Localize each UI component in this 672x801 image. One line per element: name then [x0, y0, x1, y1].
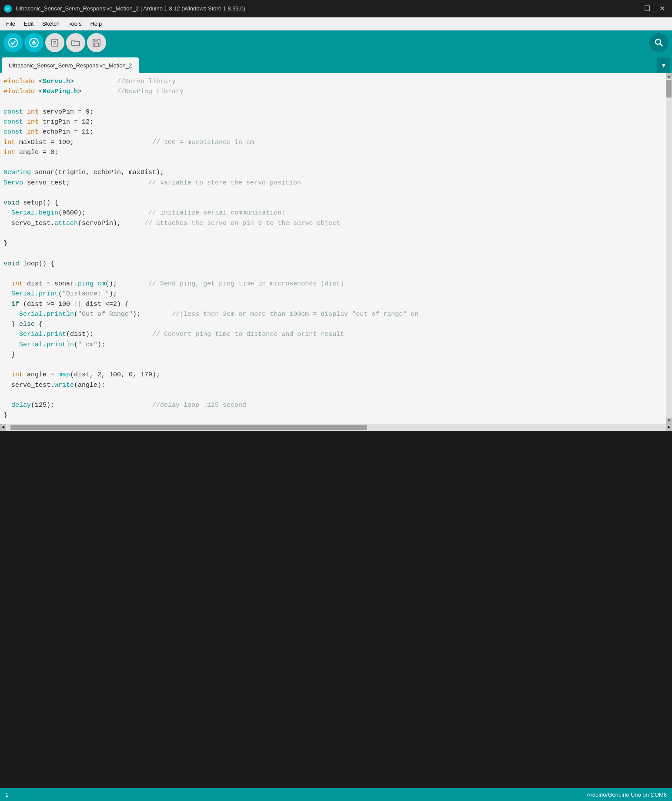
scrollbar-left-button[interactable]: ◀ — [0, 424, 6, 431]
toolbar — [0, 30, 672, 55]
tab-bar: Ultrasonic_Sensor_Servo_Responsive_Motio… — [0, 55, 672, 73]
close-button[interactable]: ✕ — [655, 3, 669, 14]
status-board: Arduino/Genuino Uno on COM6 — [587, 791, 667, 798]
title-text: Ultrasonic_Sensor_Servo_Responsive_Motio… — [16, 5, 245, 12]
menu-file[interactable]: File — [2, 19, 20, 29]
scrollbar-up-button[interactable]: ▲ — [666, 73, 672, 79]
svg-point-11 — [655, 39, 661, 44]
status-bar: 1 Arduino/Genuino Uno on COM6 — [0, 788, 672, 801]
horizontal-scrollbar[interactable]: ◀ ▶ — [0, 424, 672, 431]
editor-container: #include <Servo.h> //Servo library #incl… — [0, 73, 672, 431]
verify-button[interactable] — [3, 33, 23, 52]
svg-rect-5 — [52, 39, 58, 46]
tab-label: Ultrasonic_Sensor_Servo_Responsive_Motio… — [9, 62, 132, 69]
scrollbar-right-button[interactable]: ▶ — [666, 424, 672, 431]
menu-help[interactable]: Help — [86, 19, 106, 29]
vertical-scrollbar[interactable]: ▲ ▼ — [666, 73, 672, 424]
menu-sketch[interactable]: Sketch — [38, 19, 64, 29]
title-bar: ∞ Ultrasonic_Sensor_Servo_Responsive_Mot… — [0, 0, 672, 17]
svg-rect-10 — [95, 43, 98, 46]
status-line: 1 — [5, 791, 8, 798]
svg-text:∞: ∞ — [6, 7, 9, 11]
scrollbar-x-track[interactable] — [6, 424, 666, 431]
menu-bar: File Edit Sketch Tools Help — [0, 17, 672, 30]
menu-edit[interactable]: Edit — [20, 19, 38, 29]
scrollbar-x-thumb[interactable] — [10, 425, 367, 430]
tab-main[interactable]: Ultrasonic_Sensor_Servo_Responsive_Motio… — [2, 57, 139, 73]
minimize-button[interactable]: — — [626, 3, 639, 14]
restore-button[interactable]: ❐ — [641, 3, 654, 14]
svg-point-2 — [9, 38, 17, 47]
tab-dropdown-button[interactable]: ▼ — [657, 57, 670, 73]
upload-button[interactable] — [24, 33, 43, 52]
save-button[interactable] — [87, 33, 106, 52]
open-button[interactable] — [66, 33, 85, 52]
app-icon: ∞ — [3, 4, 12, 13]
svg-rect-9 — [94, 39, 98, 42]
bottom-section — [0, 431, 672, 788]
svg-line-12 — [660, 44, 663, 47]
title-bar-controls: — ❐ ✕ — [626, 3, 669, 14]
scrollbar-y-thumb[interactable] — [666, 80, 672, 97]
menu-tools[interactable]: Tools — [64, 19, 86, 29]
title-bar-left: ∞ Ultrasonic_Sensor_Servo_Responsive_Mot… — [3, 4, 245, 13]
scrollbar-down-button[interactable]: ▼ — [666, 418, 672, 424]
code-area[interactable]: #include <Servo.h> //Servo library #incl… — [0, 73, 672, 424]
new-button[interactable] — [45, 33, 64, 52]
search-button[interactable] — [649, 33, 669, 52]
editor-scroll-area: #include <Servo.h> //Servo library #incl… — [0, 73, 672, 424]
